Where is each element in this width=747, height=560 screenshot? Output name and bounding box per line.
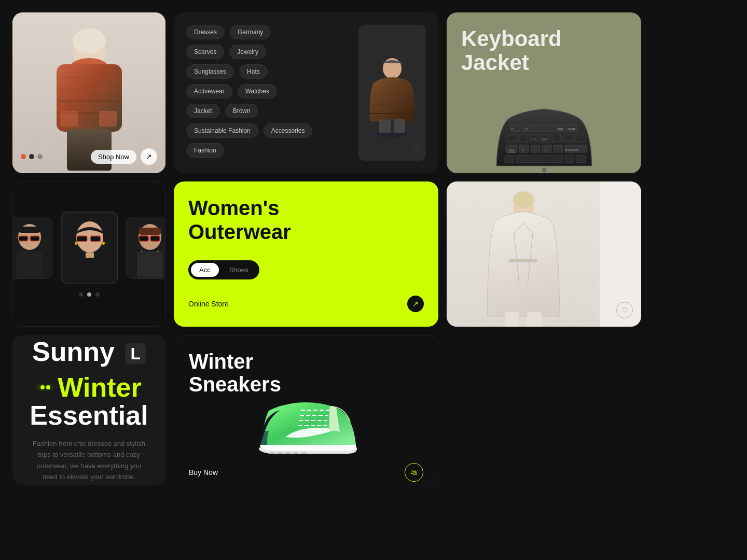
svg-rect-38 xyxy=(554,145,563,152)
svg-rect-10 xyxy=(60,111,78,127)
svg-rect-81 xyxy=(139,236,148,241)
sneaker-image-area xyxy=(189,396,423,463)
tag-hats[interactable]: Hats xyxy=(239,64,268,79)
dot-light xyxy=(37,154,43,159)
outerwear-arrow-button[interactable]: ↗ xyxy=(407,296,424,312)
winter-sneakers-card: Winter Sneakers xyxy=(174,335,438,485)
buy-now-button[interactable]: Buy Now xyxy=(189,468,218,477)
svg-rect-98 xyxy=(278,452,283,454)
svg-rect-71 xyxy=(77,236,87,242)
l-badge: L xyxy=(125,343,146,364)
svg-text:DOWN: DOWN xyxy=(508,151,515,153)
glasses-person-left xyxy=(12,217,52,279)
shop-now-label[interactable]: Shop Now xyxy=(91,150,136,164)
svg-text:U: U xyxy=(522,148,524,151)
svg-rect-101 xyxy=(301,452,306,454)
svg-rect-80 xyxy=(139,228,161,235)
tag-fashion[interactable]: Fashion xyxy=(186,143,224,158)
sneaker-svg xyxy=(249,396,363,463)
svg-rect-11 xyxy=(99,111,117,127)
tags-card: Dresses Germany Scarves Jewelry Sunglass… xyxy=(174,12,438,173)
heart-button[interactable]: ♡ xyxy=(616,302,633,318)
svg-rect-90 xyxy=(527,312,542,327)
tag-activewear[interactable]: Activewear xyxy=(186,84,232,99)
svg-rect-27 xyxy=(507,135,516,142)
svg-text:CTRL: CTRL xyxy=(530,138,537,141)
heart-icon[interactable]: ♡ xyxy=(412,144,421,156)
keyboard-jacket-card: Keyboard Jacket xyxy=(447,12,641,173)
svg-rect-23 xyxy=(533,124,543,132)
glasses-carousel-dots xyxy=(79,292,100,297)
tags-row-7: Fashion xyxy=(186,143,350,158)
outerwear-title: Women's Outerwear xyxy=(188,196,424,244)
toggle-acc[interactable]: Acc xyxy=(191,263,219,277)
dot-dark xyxy=(29,154,34,159)
svg-text:PAGE: PAGE xyxy=(573,149,578,151)
svg-rect-63 xyxy=(30,236,39,241)
svg-rect-19 xyxy=(377,133,392,137)
sunglasses-card xyxy=(12,181,165,327)
tags-row-2: Scarves Jewelry xyxy=(186,45,350,59)
cart-icon-button[interactable]: 🛍 xyxy=(405,463,423,482)
green-dot-2 xyxy=(46,385,50,389)
tag-jewelry[interactable]: Jewelry xyxy=(229,45,266,59)
tags-section: Dresses Germany Scarves Jewelry Sunglass… xyxy=(186,25,350,161)
product-preview: ♡ xyxy=(358,25,426,161)
svg-rect-62 xyxy=(19,236,28,241)
keyboard-jacket-title: Keyboard Jacket xyxy=(461,27,627,75)
svg-rect-28 xyxy=(518,135,528,142)
white-coat-svg xyxy=(447,181,600,327)
tag-scarves[interactable]: Scarves xyxy=(186,45,224,59)
gdot-3 xyxy=(95,292,100,297)
tag-germany[interactable]: Germany xyxy=(230,25,271,39)
svg-rect-36 xyxy=(531,145,540,152)
tags-row-5: Jacket Brown xyxy=(186,104,350,118)
glasses-person-right xyxy=(126,217,166,279)
card1-footer: Shop Now ↗ xyxy=(21,148,157,165)
svg-text:F3: F3 xyxy=(511,128,514,131)
color-dots xyxy=(21,154,43,159)
arrow-link[interactable]: ↗ xyxy=(141,148,157,165)
keyboard-jacket-image: F3 F5 END HOME CTRL SHIFT PAGE DOWN U I … xyxy=(461,83,627,173)
fashion-model-card: Shop Now ↗ xyxy=(12,12,165,173)
sneakers-title: Winter Sneakers xyxy=(189,350,423,396)
svg-text:I: I xyxy=(534,148,534,151)
green-dot-1 xyxy=(40,385,45,389)
tags-row-3: Sunglasses Hats xyxy=(186,64,350,79)
white-coat-card: Size 75cm * 60cm ♡ xyxy=(447,181,641,327)
tag-dresses[interactable]: Dresses xyxy=(186,25,225,39)
svg-rect-35 xyxy=(519,145,529,152)
svg-rect-42 xyxy=(565,156,574,163)
glasses-row xyxy=(12,212,165,284)
tag-sustainable[interactable]: Sustainable Fashion xyxy=(186,123,258,138)
tag-brown[interactable]: Brown xyxy=(225,104,258,118)
card5-footer: Online Store ↗ xyxy=(188,296,424,312)
green-dots xyxy=(36,384,54,391)
tag-accessories[interactable]: Accessories xyxy=(264,123,313,138)
toggle-shoes[interactable]: Shoes xyxy=(221,263,257,277)
svg-rect-97 xyxy=(270,452,275,454)
svg-point-87 xyxy=(513,191,534,208)
toggle-row: Acc Shoes xyxy=(188,260,424,279)
jacket-preview-svg xyxy=(358,49,426,137)
tag-jacket[interactable]: Jacket xyxy=(186,104,220,118)
svg-rect-20 xyxy=(392,133,406,137)
svg-rect-31 xyxy=(552,135,562,142)
svg-text:END: END xyxy=(557,128,563,131)
svg-rect-67 xyxy=(17,251,43,277)
svg-text:RETURN: RETURN xyxy=(564,149,573,151)
svg-rect-100 xyxy=(293,452,298,454)
tag-watches[interactable]: Watches xyxy=(238,84,277,99)
svg-rect-24 xyxy=(545,124,554,132)
svg-point-77 xyxy=(102,242,105,245)
tags-row-1: Dresses Germany xyxy=(186,25,350,39)
tag-sunglasses[interactable]: Sunglasses xyxy=(186,64,234,79)
cart-icon: 🛍 xyxy=(410,468,418,477)
svg-rect-33 xyxy=(574,135,586,142)
sunny-line2: Winter xyxy=(36,373,141,402)
svg-text:9: 9 xyxy=(545,148,546,151)
gdot-2 xyxy=(87,292,91,297)
svg-point-2 xyxy=(73,29,106,53)
card8-footer: Buy Now 🛍 xyxy=(189,463,423,482)
svg-rect-75 xyxy=(72,258,108,284)
